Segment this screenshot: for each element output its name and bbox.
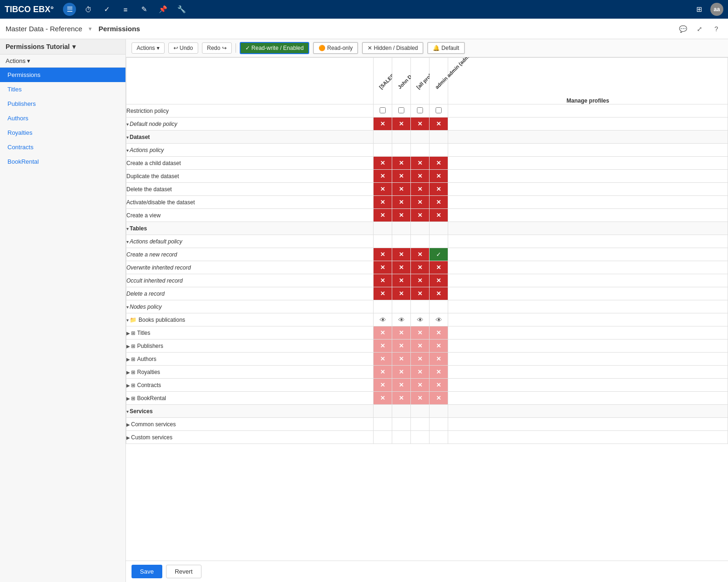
permission-cell-red[interactable]: ✕ [392,248,411,261]
permission-cell-red[interactable]: ✕ [392,261,411,274]
sidebar-item-permissions[interactable]: Permissions [0,68,125,82]
permission-cell-red[interactable]: ✕ [392,287,411,300]
checkbox-input[interactable] [417,107,423,113]
sidebar-item-publishers[interactable]: Publishers [0,97,125,111]
sidebar-item-bookrental[interactable]: BookRental [0,154,125,169]
permission-cell-red[interactable]: ✕ [392,170,411,183]
collapse-arrow[interactable]: ▾ [126,239,129,244]
permission-cell-red[interactable]: ✕ [392,209,411,222]
permission-cell-eye[interactable]: 👁 [374,313,392,326]
collapse-arrow[interactable]: ▾ [126,148,129,153]
permission-cell-red-light[interactable]: ✕ [411,340,430,353]
permission-cell-red[interactable]: ✕ [430,261,448,274]
permission-checkbox[interactable] [392,104,411,118]
permission-cell-red[interactable]: ✕ [430,157,448,170]
legend-rw-button[interactable]: ✓ Read-write / Enabled [240,42,309,54]
permission-cell-red-light[interactable]: ✕ [430,326,448,340]
permission-cell-red[interactable]: ✕ [392,118,411,131]
permission-cell-red[interactable]: ✕ [411,196,430,209]
permission-cell-red[interactable]: ✕ [374,248,392,261]
permission-cell-eye[interactable]: 👁 [430,313,448,326]
permission-cell-red-light[interactable]: ✕ [411,392,430,405]
permission-cell-red[interactable]: ✕ [411,157,430,170]
nav-icon-menu[interactable]: ☰ [63,3,76,16]
nav-icon-pin[interactable]: 📌 [156,3,169,16]
permission-cell-red-light[interactable]: ✕ [430,379,448,392]
sidebar-item-contracts[interactable]: Contracts [0,140,125,154]
permission-cell-red[interactable]: ✕ [411,287,430,300]
expand-arrow[interactable]: ▶ [126,357,130,362]
sidebar-actions[interactable]: Actions ▾ [0,55,125,68]
permission-cell-red[interactable]: ✕ [430,183,448,196]
sidebar-item-authors[interactable]: Authors [0,111,125,125]
checkbox-input[interactable] [398,107,404,113]
permission-cell-red-light[interactable]: ✕ [392,353,411,366]
expand-arrow[interactable]: ▶ [126,383,130,388]
permission-cell-red[interactable]: ✕ [411,261,430,274]
redo-button[interactable]: Redo ↪ [202,42,232,54]
permission-cell-red-light[interactable]: ✕ [411,366,430,379]
permission-cell-red-light[interactable]: ✕ [392,379,411,392]
permission-cell-red[interactable]: ✕ [392,157,411,170]
comment-icon[interactable]: 💬 [677,23,689,35]
collapse-arrow[interactable]: ▾ [126,318,129,323]
checkbox-input[interactable] [380,107,386,113]
permission-cell-red[interactable]: ✕ [411,274,430,287]
nav-icon-check[interactable]: ✓ [100,3,113,16]
permission-cell-red[interactable]: ✕ [411,170,430,183]
permission-cell-eye[interactable]: 👁 [411,313,430,326]
permission-cell-red[interactable]: ✕ [374,183,392,196]
permission-cell-red[interactable]: ✕ [374,287,392,300]
nav-icon-clock[interactable]: ⏱ [82,3,95,16]
permission-cell-red-light[interactable]: ✕ [374,392,392,405]
nav-icon-edit[interactable]: ✎ [138,3,151,16]
help-icon[interactable]: ? [710,23,722,35]
permission-cell-red-light[interactable]: ✕ [430,392,448,405]
permission-cell-red-light[interactable]: ✕ [392,392,411,405]
permission-checkbox[interactable] [411,104,430,118]
permission-cell-red[interactable]: ✕ [411,183,430,196]
permission-cell-red[interactable]: ✕ [374,261,392,274]
legend-ro-button[interactable]: 🟠 Read-only [313,42,358,54]
permission-cell-red-light[interactable]: ✕ [374,326,392,340]
expand-arrow[interactable]: ▶ [126,331,130,336]
collapse-arrow[interactable]: ▾ [126,409,129,414]
revert-button[interactable]: Revert [166,565,201,578]
permission-cell-red-light[interactable]: ✕ [430,353,448,366]
permission-cell-red[interactable]: ✕ [374,274,392,287]
legend-hd-button[interactable]: ✕ Hidden / Disabled [362,42,423,54]
nav-icon-wrench[interactable]: 🔧 [175,3,188,16]
actions-button[interactable]: Actions ▾ [132,42,165,54]
permission-cell-red-light[interactable]: ✕ [374,340,392,353]
permission-cell-red[interactable]: ✕ [374,118,392,131]
permission-cell-red-light[interactable]: ✕ [392,326,411,340]
permission-cell-red-light[interactable]: ✕ [374,366,392,379]
save-button[interactable]: Save [132,565,162,578]
collapse-arrow[interactable]: ▾ [126,305,129,310]
collapse-arrow[interactable]: ▾ [126,122,129,127]
collapse-arrow[interactable]: ▾ [126,135,129,140]
permission-cell-red-light[interactable]: ✕ [392,366,411,379]
expand-arrow[interactable]: ▶ [126,370,130,375]
expand-arrow[interactable]: ▶ [126,344,130,349]
permission-cell-green[interactable]: ✓ [430,248,448,261]
permission-cell-red[interactable]: ✕ [411,118,430,131]
nav-icon-grid[interactable]: ⊞ [693,3,706,16]
permission-cell-red[interactable]: ✕ [392,196,411,209]
permission-cell-eye[interactable]: 👁 [392,313,411,326]
collapse-arrow[interactable]: ▶ [126,422,130,427]
permission-cell-red[interactable]: ✕ [430,274,448,287]
sidebar-item-royalties[interactable]: Royalties [0,125,125,140]
permission-cell-red-light[interactable]: ✕ [392,340,411,353]
checkbox-input[interactable] [436,107,442,113]
undo-button[interactable]: ↩ Undo [168,42,198,54]
permission-cell-red-light[interactable]: ✕ [430,366,448,379]
permission-cell-red[interactable]: ✕ [430,287,448,300]
permission-cell-red[interactable]: ✕ [411,248,430,261]
permission-cell-red-light[interactable]: ✕ [411,379,430,392]
avatar[interactable]: aa [710,3,723,16]
permission-cell-red[interactable]: ✕ [430,196,448,209]
permission-cell-red-light[interactable]: ✕ [411,353,430,366]
permission-cell-red[interactable]: ✕ [392,183,411,196]
permission-cell-red-light[interactable]: ✕ [411,326,430,340]
